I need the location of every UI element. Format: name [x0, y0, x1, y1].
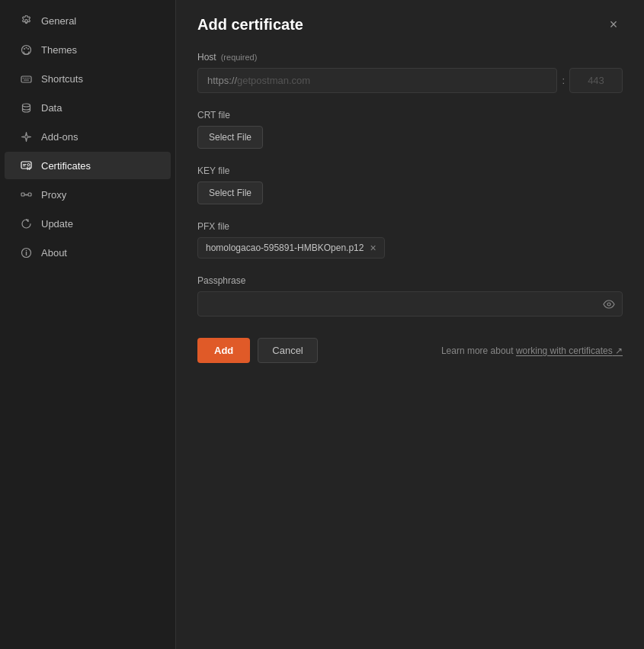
dialog-body: Host (required) https:// : CRT file S: [176, 46, 644, 384]
update-icon: [20, 217, 32, 230]
svg-point-11: [22, 104, 30, 107]
add-certificate-panel: Add certificate × Host (required) https:…: [175, 0, 644, 649]
host-input-field[interactable]: [237, 75, 547, 86]
passphrase-toggle-visibility-button[interactable]: [603, 298, 615, 310]
key-select-file-button[interactable]: Select File: [197, 182, 263, 204]
host-group: Host (required) https:// :: [197, 52, 623, 93]
sidebar-item-general[interactable]: General: [5, 7, 171, 34]
svg-point-1: [21, 45, 30, 54]
sidebar: General Themes Shortcuts: [0, 0, 175, 649]
pfx-remove-button[interactable]: ×: [370, 243, 376, 253]
pfx-filename: homologacao-595891-HMBKOpen.p12: [206, 243, 364, 253]
svg-point-15: [27, 163, 30, 165]
info-icon: [20, 246, 32, 259]
key-label: KEY file: [197, 165, 623, 176]
crt-group: CRT file Select File: [197, 110, 623, 149]
palette-icon: [20, 43, 32, 56]
keyboard-icon: [20, 72, 32, 85]
dialog-title: Add certificate: [197, 16, 303, 34]
sidebar-item-proxy[interactable]: Proxy: [5, 181, 171, 208]
sidebar-item-certificates[interactable]: Certificates: [5, 152, 171, 179]
learn-more: Learn more about working with certificat…: [441, 345, 623, 356]
sidebar-item-about[interactable]: About: [5, 239, 171, 266]
passphrase-group: Passphrase: [197, 275, 623, 316]
sidebar-item-update[interactable]: Update: [5, 210, 171, 237]
learn-more-link[interactable]: working with certificates ↗: [516, 345, 623, 356]
sparkle-icon: [20, 130, 32, 143]
main-content: Add certificate × Host (required) https:…: [175, 0, 644, 649]
sidebar-item-shortcuts[interactable]: Shortcuts: [5, 65, 171, 92]
gear-icon: [20, 14, 32, 27]
pfx-file-tag: homologacao-595891-HMBKOpen.p12 ×: [197, 237, 385, 259]
close-button[interactable]: ×: [604, 15, 623, 34]
svg-point-4: [27, 48, 29, 50]
sidebar-item-update-label: Update: [41, 218, 73, 230]
sidebar-item-data[interactable]: Data: [5, 94, 171, 121]
host-port-colon: :: [560, 75, 566, 86]
crt-select-file-button[interactable]: Select File: [197, 126, 263, 149]
sidebar-item-addons-label: Add-ons: [41, 131, 78, 143]
port-input[interactable]: [569, 68, 623, 93]
svg-point-22: [25, 249, 27, 251]
passphrase-input[interactable]: [197, 291, 623, 316]
sidebar-item-themes[interactable]: Themes: [5, 36, 171, 63]
host-label: Host (required): [197, 52, 623, 63]
sidebar-item-about-label: About: [41, 247, 67, 259]
host-prefix: https://: [207, 75, 237, 86]
svg-point-3: [25, 47, 27, 48]
sidebar-item-proxy-label: Proxy: [41, 189, 66, 201]
svg-point-2: [24, 48, 25, 50]
pfx-group: PFX file homologacao-595891-HMBKOpen.p12…: [197, 221, 623, 259]
certificate-icon: [20, 159, 32, 172]
dialog-header: Add certificate ×: [176, 0, 644, 46]
add-button[interactable]: Add: [197, 338, 250, 363]
svg-rect-17: [28, 193, 31, 196]
cancel-button[interactable]: Cancel: [258, 338, 317, 363]
passphrase-label: Passphrase: [197, 275, 623, 286]
host-input-wrapper[interactable]: https://: [197, 68, 557, 93]
sidebar-item-general-label: General: [41, 15, 76, 27]
key-group: KEY file Select File: [197, 165, 623, 204]
passphrase-wrapper: [197, 291, 623, 316]
pfx-label: PFX file: [197, 221, 623, 232]
host-row: https:// :: [197, 68, 623, 93]
sidebar-item-data-label: Data: [41, 102, 62, 114]
database-icon: [20, 101, 32, 114]
svg-rect-5: [21, 76, 31, 82]
svg-point-19: [25, 194, 27, 195]
crt-label: CRT file: [197, 110, 623, 120]
form-actions: Add Cancel Learn more about working with…: [197, 338, 623, 363]
svg-rect-16: [21, 193, 24, 196]
proxy-icon: [20, 188, 32, 201]
sidebar-item-shortcuts-label: Shortcuts: [41, 73, 83, 85]
svg-point-0: [24, 19, 27, 22]
sidebar-item-themes-label: Themes: [41, 44, 77, 56]
svg-point-23: [607, 303, 610, 306]
sidebar-item-addons[interactable]: Add-ons: [5, 123, 171, 150]
sidebar-item-certificates-label: Certificates: [41, 160, 91, 172]
